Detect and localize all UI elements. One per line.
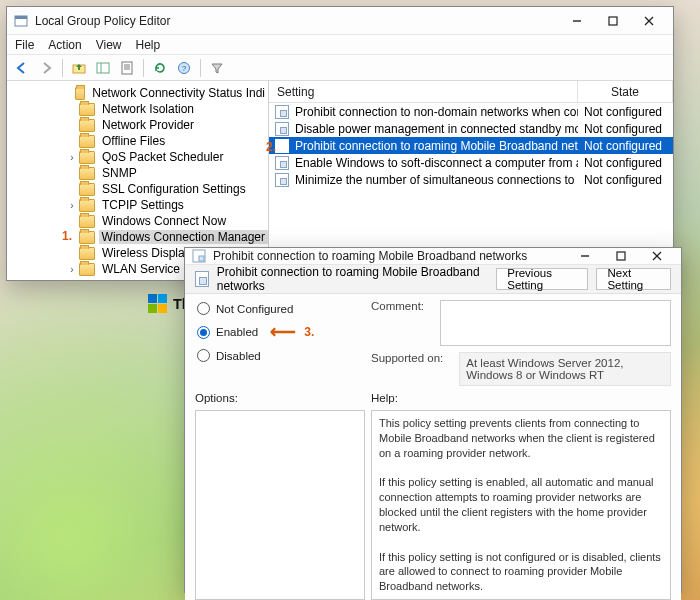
comment-label: Comment: [371, 300, 432, 346]
dialog-titlebar[interactable]: Prohibit connection to roaming Mobile Br… [185, 248, 681, 265]
col-setting[interactable]: Setting [269, 81, 578, 102]
options-label: Options: [195, 392, 365, 404]
tree-twisty-icon[interactable]: › [67, 264, 77, 275]
tree-node-label: Windows Connect Now [99, 214, 229, 228]
tree-node[interactable]: Network Isolation [67, 101, 268, 117]
folder-icon [79, 199, 95, 212]
row-setting: Disable power management in connected st… [295, 122, 578, 136]
radio-icon [197, 326, 210, 339]
row-setting: Minimize the number of simultaneous conn… [295, 173, 578, 187]
dialog-minimize-button[interactable] [567, 248, 603, 264]
folder-icon [75, 87, 85, 100]
row-state: Not configured [578, 139, 673, 153]
tree-node[interactable]: Network Provider [67, 117, 268, 133]
supported-on-text: At least Windows Server 2012, Windows 8 … [459, 352, 671, 386]
gpedit-menubar: File Action View Help [7, 35, 673, 55]
policy-item-icon [191, 248, 207, 264]
annotation-2: 2. [266, 140, 276, 154]
menu-help[interactable]: Help [136, 38, 161, 52]
tree-node-label: TCPIP Settings [99, 198, 187, 212]
folder-icon [79, 247, 95, 260]
policy-item-icon [275, 105, 289, 119]
folder-icon [79, 167, 95, 180]
dialog-subtitle: Prohibit connection to roaming Mobile Br… [217, 265, 480, 293]
options-panel[interactable] [195, 410, 365, 600]
tree-node[interactable]: Windows Connection Manager [67, 229, 268, 245]
svg-rect-9 [122, 62, 132, 74]
policy-item-icon [275, 122, 289, 136]
radio-enabled[interactable]: Enabled ⟵ 3. [197, 321, 365, 343]
col-state[interactable]: State [578, 81, 673, 102]
dialog-maximize-button[interactable] [603, 248, 639, 264]
radio-not-configured[interactable]: Not Configured [197, 302, 365, 315]
tree-node[interactable]: SNMP [67, 165, 268, 181]
svg-rect-1 [15, 16, 27, 19]
gpedit-titlebar[interactable]: Local Group Policy Editor [7, 7, 673, 35]
menu-file[interactable]: File [15, 38, 34, 52]
list-row[interactable]: Enable Windows to soft-disconnect a comp… [269, 154, 673, 171]
folder-icon [79, 215, 95, 228]
gpedit-app-icon [13, 13, 29, 29]
tree-node[interactable]: Network Connectivity Status Indi [67, 85, 268, 101]
radio-icon [197, 302, 210, 315]
tree-node[interactable]: ›QoS Packet Scheduler [67, 149, 268, 165]
list-row[interactable]: Prohibit connection to non-domain networ… [269, 103, 673, 120]
svg-rect-3 [609, 17, 617, 25]
list-row[interactable]: Disable power management in connected st… [269, 120, 673, 137]
folder-icon [79, 151, 95, 164]
policy-item-icon [275, 156, 289, 170]
row-setting: Enable Windows to soft-disconnect a comp… [295, 156, 578, 170]
list-header[interactable]: Setting State [269, 81, 673, 103]
radio-disabled[interactable]: Disabled [197, 349, 365, 362]
annotation-3: 3. [304, 325, 314, 339]
policy-item-icon [275, 173, 289, 187]
row-state: Not configured [578, 105, 673, 119]
menu-view[interactable]: View [96, 38, 122, 52]
folder-icon [79, 135, 95, 148]
comment-textarea[interactable] [440, 300, 671, 346]
tree-node[interactable]: ›TCPIP Settings [67, 197, 268, 213]
row-state: Not configured [578, 156, 673, 170]
tree-node-label: QoS Packet Scheduler [99, 150, 226, 164]
folder-icon [79, 103, 95, 116]
back-button[interactable] [11, 57, 33, 79]
filter-icon[interactable] [206, 57, 228, 79]
help-panel[interactable]: This policy setting prevents clients fro… [371, 410, 671, 600]
tree-node-label: WLAN Service [99, 262, 183, 276]
next-setting-button[interactable]: Next Setting [596, 268, 671, 290]
close-button[interactable] [631, 7, 667, 34]
folder-icon [79, 231, 95, 244]
dialog-title: Prohibit connection to roaming Mobile Br… [213, 249, 527, 263]
tree-node-label: Wireless Display [99, 246, 194, 260]
tree-node-label: Windows Connection Manager [99, 230, 268, 244]
list-row[interactable]: Minimize the number of simultaneous conn… [269, 171, 673, 188]
menu-action[interactable]: Action [48, 38, 81, 52]
svg-text:?: ? [182, 64, 187, 73]
dialog-close-button[interactable] [639, 248, 675, 264]
refresh-icon[interactable] [149, 57, 171, 79]
maximize-button[interactable] [595, 7, 631, 34]
tree-node[interactable]: Windows Connect Now [67, 213, 268, 229]
row-state: Not configured [578, 173, 673, 187]
tree-node[interactable]: SSL Configuration Settings [67, 181, 268, 197]
radio-label: Disabled [216, 350, 261, 362]
folder-icon [79, 263, 95, 276]
radio-label: Enabled [216, 326, 258, 338]
tree-twisty-icon[interactable]: › [67, 200, 77, 211]
policy-dialog: Prohibit connection to roaming Mobile Br… [184, 247, 682, 593]
tree-node[interactable]: Offline Files [67, 133, 268, 149]
tree-node-label: Offline Files [99, 134, 168, 148]
minimize-button[interactable] [559, 7, 595, 34]
tree-twisty-icon[interactable]: › [67, 152, 77, 163]
radio-label: Not Configured [216, 303, 293, 315]
previous-setting-button[interactable]: Previous Setting [496, 268, 588, 290]
help-icon[interactable]: ? [173, 57, 195, 79]
show-hide-tree-icon[interactable] [92, 57, 114, 79]
tree-node-label: Network Connectivity Status Indi [89, 86, 268, 100]
forward-button[interactable] [35, 57, 57, 79]
svg-rect-16 [199, 256, 204, 261]
list-row[interactable]: Prohibit connection to roaming Mobile Br… [269, 137, 673, 154]
up-level-icon[interactable] [68, 57, 90, 79]
properties-icon[interactable] [116, 57, 138, 79]
gpedit-title: Local Group Policy Editor [35, 14, 170, 28]
